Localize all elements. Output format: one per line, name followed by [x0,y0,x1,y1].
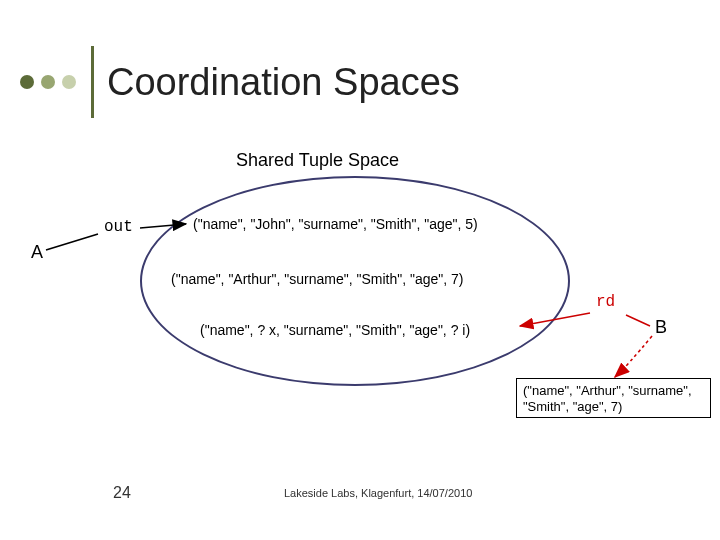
tuple-query-row: ("name", ? x, "surname", "Smith", "age",… [200,322,470,338]
bullet-dot-mid [41,75,55,89]
process-a-label: A [31,242,43,263]
page-number: 24 [113,484,131,502]
svg-line-0 [46,234,98,250]
title-row: Coordination Spaces [20,46,460,118]
process-b-label: B [655,317,667,338]
out-operation-label: out [104,218,133,236]
title-divider [91,46,94,118]
bullet-dot-light [62,75,76,89]
footer-text: Lakeside Labs, Klagenfurt, 14/07/2010 [284,487,472,499]
svg-line-2 [626,315,650,326]
tuple-row-2: ("name", "Arthur", "surname", "Smith", "… [171,271,463,287]
page-title: Coordination Spaces [107,61,460,104]
rd-operation-label: rd [596,293,615,311]
subtitle: Shared Tuple Space [236,150,399,171]
bullet-dot-dark [20,75,34,89]
result-tuple-box: ("name", "Arthur", "surname", "Smith", "… [516,378,711,418]
tuple-row-1: ("name", "John", "surname", "Smith", "ag… [193,216,478,232]
